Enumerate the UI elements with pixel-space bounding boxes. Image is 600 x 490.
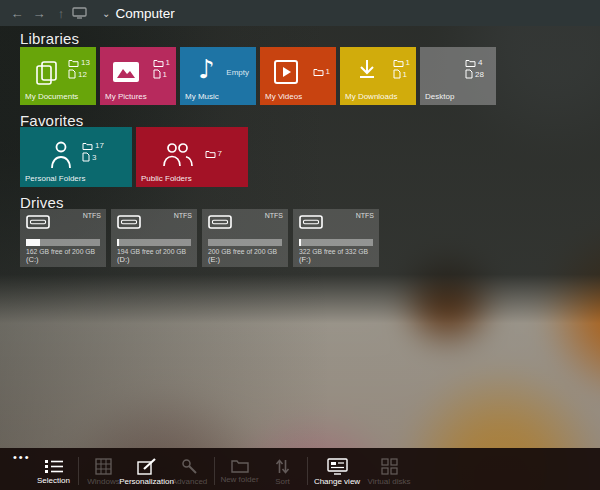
toolbar-separator	[214, 457, 215, 485]
drive-icon	[208, 215, 232, 229]
drive-letter: (D:)	[117, 255, 130, 264]
people-icon	[162, 142, 194, 168]
change-view-button[interactable]: Change view	[311, 453, 363, 486]
location-dropdown[interactable]: ⌄ Computer	[102, 6, 175, 21]
file-count-badge: 1	[153, 69, 167, 79]
more-options-button[interactable]: •••	[13, 451, 31, 463]
virtual-disks-button: Virtual disks	[363, 453, 415, 486]
selection-icon	[44, 458, 64, 474]
page-title: Computer	[115, 6, 174, 21]
free-space-text: 162 GB free of 200 GB	[26, 248, 95, 255]
grid-plus-icon	[381, 458, 398, 475]
folder-count-badge: 1	[313, 67, 330, 76]
folder-icon	[393, 59, 404, 67]
folder-icon	[82, 142, 93, 150]
tile-personal-folders[interactable]: 17 3 Personal Folders	[20, 127, 132, 187]
libraries-row: 13 12 My Documents 1 1	[20, 47, 496, 105]
tile-label: Public Folders	[141, 174, 192, 183]
tile-desktop[interactable]: 4 28 Desktop	[420, 47, 496, 105]
drive-icon	[117, 215, 141, 229]
command-bar: ••• Selection Windows Personalization Ad…	[0, 448, 600, 490]
video-play-icon	[274, 60, 298, 84]
folder-count-badge: 1	[153, 58, 170, 67]
file-icon	[82, 152, 90, 162]
favorites-row: 17 3 Personal Folders 7 Public Folders	[20, 127, 248, 187]
filesystem-label: NTFS	[174, 212, 192, 219]
toolbar-separator	[78, 457, 79, 485]
filesystem-label: NTFS	[83, 212, 101, 219]
back-icon[interactable]: ←	[6, 6, 28, 21]
folder-count-badge: 7	[205, 149, 222, 158]
free-space-text: 194 GB free of 200 GB	[117, 248, 186, 255]
forward-icon[interactable]: →	[28, 6, 50, 21]
tile-my-videos[interactable]: 1 My Videos	[260, 47, 336, 105]
drive-icon	[26, 215, 50, 229]
drive-letter: (C:)	[26, 255, 39, 264]
wrench-icon	[181, 458, 198, 475]
folder-icon	[313, 68, 324, 76]
drive-icon	[299, 215, 323, 229]
folder-icon	[68, 59, 79, 67]
tile-label: Desktop	[425, 92, 454, 101]
drive-tile-c[interactable]: NTFS 162 GB free of 200 GB (C:)	[20, 209, 106, 267]
tile-label: My Music	[185, 92, 219, 101]
new-folder-button: New folder	[218, 453, 261, 484]
file-icon	[393, 69, 401, 79]
empty-label: Empty	[226, 68, 249, 77]
filesystem-label: NTFS	[356, 212, 374, 219]
tile-my-music[interactable]: ♪ Empty My Music	[180, 47, 256, 105]
chevron-down-icon: ⌄	[102, 8, 110, 19]
selection-button[interactable]: Selection	[32, 453, 75, 485]
folder-count-badge: 4	[465, 58, 482, 67]
folder-count-badge: 13	[68, 58, 90, 67]
computer-app-window: ← → ↑ ⌄ Computer Libraries 13 12	[0, 0, 600, 490]
drive-letter: (F:)	[299, 255, 311, 264]
up-icon[interactable]: ↑	[50, 6, 72, 21]
drive-letter: (E:)	[208, 255, 220, 264]
advanced-button: Advanced	[168, 453, 211, 486]
filesystem-label: NTFS	[265, 212, 283, 219]
computer-monitor-icon[interactable]	[72, 7, 94, 19]
tile-my-pictures[interactable]: 1 1 My Pictures	[100, 47, 176, 105]
pictures-icon	[113, 62, 139, 82]
file-icon	[153, 69, 161, 79]
edit-pencil-icon	[137, 458, 157, 475]
folder-icon	[153, 59, 164, 67]
free-space-text: 322 GB free of 332 GB	[299, 248, 368, 255]
drive-tile-f[interactable]: NTFS 322 GB free of 332 GB (F:)	[293, 209, 379, 267]
folder-count-badge: 17	[82, 141, 104, 150]
file-icon	[465, 69, 473, 79]
tile-label: My Downloads	[345, 92, 397, 101]
music-note-icon: ♪	[198, 56, 215, 82]
folder-icon	[205, 150, 216, 158]
folder-count-badge: 1	[393, 58, 410, 67]
capacity-bar	[26, 239, 100, 246]
file-count-badge: 12	[68, 69, 87, 79]
sort-button: Sort	[261, 453, 304, 486]
drive-tile-e[interactable]: NTFS 200 GB free of 200 GB (E:)	[202, 209, 288, 267]
sort-arrows-icon	[275, 458, 290, 475]
window-grid-icon	[95, 458, 112, 475]
personalization-button[interactable]: Personalization	[125, 453, 168, 486]
display-icon	[327, 458, 348, 475]
tile-my-downloads[interactable]: 1 1 My Downloads	[340, 47, 416, 105]
drive-tile-d[interactable]: NTFS 194 GB free of 200 GB (D:)	[111, 209, 197, 267]
toolbar-separator	[307, 457, 308, 485]
top-navigation-bar: ← → ↑ ⌄ Computer	[0, 0, 600, 26]
tile-my-documents[interactable]: 13 12 My Documents	[20, 47, 96, 105]
drives-row: NTFS 162 GB free of 200 GB (C:) NTFS 194…	[20, 209, 379, 267]
folder-icon	[465, 59, 476, 67]
file-icon	[68, 69, 76, 79]
capacity-bar	[299, 239, 373, 246]
tile-label: My Pictures	[105, 92, 147, 101]
free-space-text: 200 GB free of 200 GB	[208, 248, 277, 255]
file-count-badge: 28	[465, 69, 484, 79]
documents-icon	[34, 59, 60, 87]
libraries-heading: Libraries	[20, 30, 79, 47]
file-count-badge: 3	[82, 152, 96, 162]
download-arrow-icon	[356, 58, 378, 82]
new-folder-icon	[231, 458, 249, 473]
tile-public-folders[interactable]: 7 Public Folders	[136, 127, 248, 187]
tile-label: Personal Folders	[25, 174, 85, 183]
tile-label: My Documents	[25, 92, 78, 101]
